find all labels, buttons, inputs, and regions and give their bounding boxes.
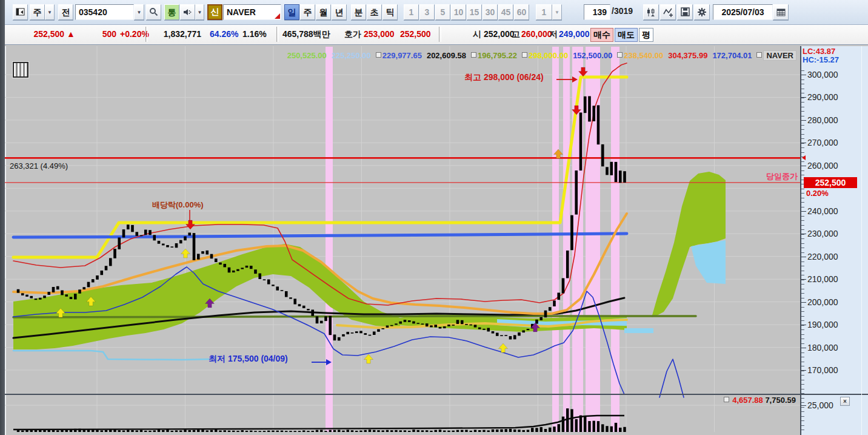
avg-button[interactable]: 평 — [639, 28, 653, 42]
volume-rate: 64.26% — [210, 29, 238, 39]
calendar-button[interactable] — [773, 4, 789, 20]
week-dropdown-button[interactable]: ▼ — [45, 4, 55, 20]
legend-box-icon — [724, 397, 729, 402]
axis-label: 200,000 — [807, 297, 838, 307]
date-input[interactable]: 2025/07/03 — [713, 4, 773, 20]
settings-gear-button[interactable] — [694, 4, 710, 20]
minute-interval-button-10[interactable]: 10 — [451, 4, 466, 20]
axis-minor-ticks — [801, 70, 804, 432]
legend-item: 225,250.00 — [332, 51, 371, 60]
week-period-button[interactable]: 주 — [30, 4, 45, 20]
lc-indicator-value: LC:43.87 — [803, 47, 835, 56]
stock-name-field[interactable]: NAVER — [223, 4, 281, 20]
axis-label: 190,000 — [807, 320, 838, 329]
period-button-2[interactable]: 주 — [300, 4, 315, 20]
minute-interval-button-3[interactable]: 3 — [419, 4, 435, 20]
line-style-button[interactable] — [660, 4, 676, 20]
chart-grid-button[interactable] — [13, 62, 28, 78]
volume-legend: 4,657.88 7,750.59 — [724, 396, 796, 405]
period-button-3[interactable]: 월 — [316, 4, 331, 20]
prev-stock-button[interactable]: 전 — [58, 4, 73, 20]
period-button-1[interactable]: 일 — [284, 4, 299, 20]
period-button-7[interactable]: 틱 — [382, 4, 398, 20]
low-label: 저 — [549, 29, 558, 40]
hc-indicator-value: HC:-15.27 — [803, 55, 839, 64]
axis-label: 230,000 — [807, 229, 838, 238]
indicator-legend: 250,525.00225,250.00229,977.65202,609.58… — [287, 51, 796, 60]
axis-label: 300,000 — [807, 70, 838, 79]
window-toggle-button[interactable] — [13, 4, 28, 20]
period-button-6[interactable]: 초 — [367, 4, 382, 20]
stock-search-button[interactable] — [146, 4, 161, 20]
quote-bar: 252,500 ▲ 500 +0.20% 1,832,771 64.26% 1.… — [5, 25, 868, 45]
candlestick-chart-canvas[interactable] — [5, 46, 800, 435]
tong-mode-button[interactable]: 통 — [164, 4, 179, 20]
legend-item: 152,500.00 — [573, 51, 612, 60]
minute-interval-button-45[interactable]: 45 — [498, 4, 513, 20]
sound-button[interactable] — [180, 4, 195, 20]
stock-code-input[interactable]: 035420 — [75, 4, 134, 20]
annotation-period-high: 최고 298,000 (06/24) — [464, 72, 544, 83]
panel-separator — [801, 394, 868, 395]
save-button[interactable] — [677, 4, 693, 20]
axis-label: 290,000 — [807, 92, 838, 102]
stock-code-dropdown[interactable]: ▼ — [134, 4, 144, 20]
legend-item: 304,375.99 — [668, 51, 707, 60]
legend-box-icon — [376, 52, 381, 58]
annotation-daily-close: 당일종가 — [766, 171, 798, 182]
divider — [145, 27, 148, 42]
volume-ma-value: 4,657.88 — [732, 396, 763, 405]
minute-dropdown[interactable]: ▼ — [552, 4, 562, 20]
legend-item: 250,525.00 — [287, 51, 327, 60]
high-price: 260,000 — [521, 29, 552, 39]
axis-label: 220,000 — [807, 252, 838, 261]
axis-label: 170,000 — [807, 365, 838, 375]
minute-interval-button-60[interactable]: 60 — [514, 4, 529, 20]
legend-box-icon — [617, 52, 623, 58]
price-axis-panel[interactable]: LC:43.87 HC:-15.27 300,000290,000280,000… — [800, 46, 868, 435]
axis-label: 270,000 — [807, 138, 838, 147]
annotation-resistance-value: 263,321 (4.49%) — [10, 161, 68, 170]
minute-interval-button-30[interactable]: 30 — [482, 4, 498, 20]
volume-value: 7,750.59 — [765, 396, 796, 405]
sell-button[interactable]: 매도 — [615, 28, 638, 42]
turnover-rate: 1.16% — [242, 29, 267, 39]
axis-label: 180,000 — [807, 343, 838, 352]
bar-count-input[interactable]: 139 — [584, 4, 610, 20]
period-button-5[interactable]: 분 — [351, 4, 366, 20]
open-price: 252,000 — [484, 29, 515, 39]
annotation-ex-dividend: 배당락(0.00%) — [152, 200, 204, 211]
legend-item: 229,977.65 — [376, 51, 422, 60]
candle-style-button[interactable] — [643, 4, 659, 20]
volume-panel-close-button[interactable]: × — [840, 397, 850, 406]
legend-box-icon — [756, 52, 762, 58]
bar-total-label: /3019 — [612, 6, 633, 16]
divider — [439, 27, 441, 42]
legend-item: 202,609.58 — [427, 51, 466, 60]
shin-flag-badge: 신 — [207, 4, 222, 20]
annotation-period-low: 최저 175,500 (04/09) — [209, 354, 288, 365]
ask-price: 253,000 — [364, 29, 395, 39]
low-price: 249,000 — [559, 29, 590, 39]
legend-box-icon — [522, 52, 527, 58]
axis-label: 280,000 — [807, 115, 838, 125]
axis-label: 260,000 — [807, 161, 838, 170]
sound-dropdown[interactable]: ▼ — [195, 4, 204, 20]
legend-item: 196,795.22 — [471, 51, 517, 60]
trade-amount: 465,788백만 — [282, 29, 330, 40]
axis-label: 210,000 — [807, 274, 838, 284]
minute-interval-button-1[interactable]: 1 — [404, 4, 419, 20]
chart-toolbar: 주 ▼ 전 035420 ▼ 통 ▼ 신 NAVER 일주월년분초틱 13510… — [5, 0, 868, 25]
open-label: 시 — [473, 29, 481, 40]
current-price: 252,500 — [21, 29, 64, 39]
change-amount: 500 — [90, 29, 116, 39]
minute-current-button[interactable]: 1 — [536, 4, 552, 20]
current-change-percent: 0.20% — [806, 189, 829, 198]
minute-interval-button-15[interactable]: 15 — [467, 4, 482, 20]
bid-price: 252,500 — [400, 29, 431, 39]
change-direction-icon: ▲ — [67, 29, 75, 39]
resize-corner-icon — [275, 13, 280, 19]
minute-interval-button-5[interactable]: 5 — [435, 4, 450, 20]
buy-button[interactable]: 매수 — [590, 28, 613, 42]
period-button-4[interactable]: 년 — [332, 4, 347, 20]
